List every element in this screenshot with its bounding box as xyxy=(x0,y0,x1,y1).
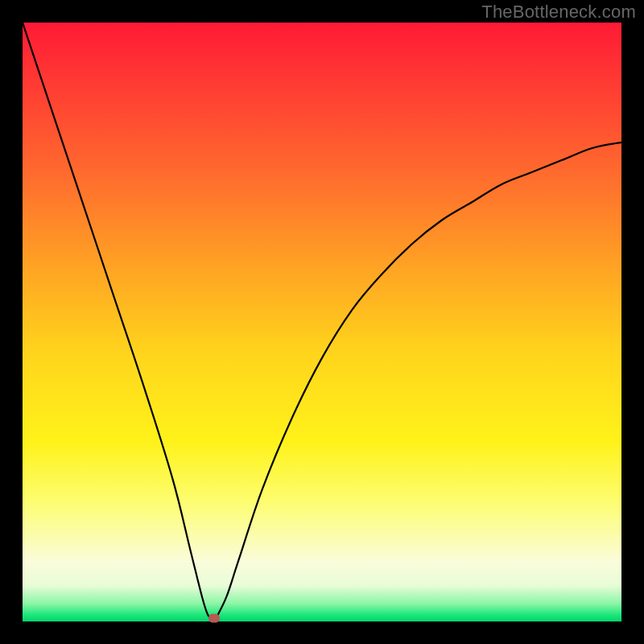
plot-area xyxy=(23,23,621,621)
bottleneck-curve xyxy=(23,23,621,621)
watermark-text: TheBottleneck.com xyxy=(481,2,636,23)
optimal-marker xyxy=(208,614,220,623)
chart-frame: TheBottleneck.com xyxy=(0,0,644,644)
curve-path xyxy=(23,23,621,621)
